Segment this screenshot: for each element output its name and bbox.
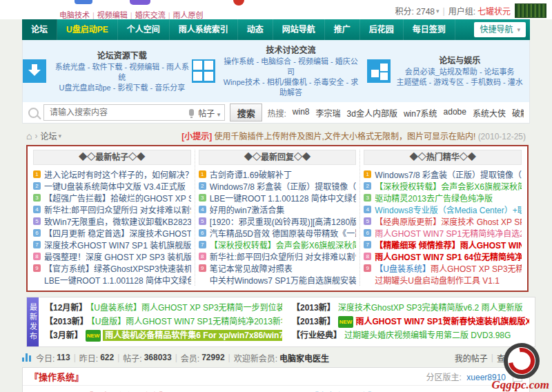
post-link: 【精雕细琢 倾情推荐】雨人GHOST WIN7 SP1贺新春 [375,239,522,251]
post-link: 雨人GHOST WIN7 SP1 64位无精简纯净旗舰版 [375,251,522,262]
search-button[interactable]: 搜索 [230,104,262,121]
new-badge: NEW [338,316,354,328]
list-item[interactable]: 雨人GHOST WIN7 SP1 64位无精简纯净旗舰版 [364,251,522,262]
top-header: 电脑技术|视频编辑|婚庆交流|雨人原创 积分: 2748 ▾ | 用户组: 七罐… [0,0,552,19]
home-icon[interactable]: ⌂ [26,130,32,141]
portal-column-title: 论坛与娱乐 [397,54,523,66]
quick-nav-button[interactable]: 快捷导航 ▾ [474,22,526,37]
list-item[interactable]: 驱动精灵2013去广告绿色纯净版 [364,192,522,204]
forum-block: ›Gqgtpc.com 【雨人原创作品发布】(2) 雨人专版，原创内容发布、讨论… [23,386,248,392]
announcement-item[interactable]: 【行业经典】过期罐头婚庆视频编辑专用第二版 DVD3.98G [292,330,529,342]
category-title[interactable]: 『操作系统』 [30,370,83,383]
rank-icon [33,276,41,284]
new-member-link[interactable]: 电脑家电医生 [279,352,329,364]
announcement-item[interactable]: 【12月新】【U盘装系统】雨人GHOST XP SP3无精简一步到位装机U盘版V… [45,302,282,314]
announcement-link: 【U盘装系统】雨人GHOST XP SP3无精简一步到位装机U盘版V20 [90,303,282,313]
list-item[interactable]: 古剑奇谭1.69破解补丁 [199,168,357,180]
rank-icon [364,264,371,272]
list-item[interactable]: 好用的win7激活合集 [199,204,357,215]
tagline-link[interactable]: 雨人原创 [173,11,204,19]
rank-icon [199,217,206,225]
rank-icon [199,229,206,237]
microphone-icon[interactable] [189,109,194,116]
list-item[interactable]: 【深秋授权转载】会声会影X6旗舰深秋简体完美整合 [364,180,522,192]
board-header: ◆◇最新帖子◇◆ [33,150,191,165]
list-item[interactable]: 过期罐头U盘启动盘制作工具 V1.1 [364,274,522,286]
hot-search-term[interactable]: 3d金人内部版 [347,107,397,119]
list-item[interactable]: 新华社:郎平回归众望所归 对女排难以割舍的挚爱 [33,204,191,215]
post-link: 驱动精灵2013去广告绿色纯净版 [375,192,493,204]
post-link: 古剑奇谭1.69破解补丁 [210,168,292,180]
list-item[interactable]: Windows7/8 彩盒装（正版）提取镜像（32位+64位） [199,180,357,192]
list-item[interactable]: 深度技术GHOST WIN7 SP1 装机旗舰版 2013年4月最 [33,239,191,251]
tagline-link[interactable]: 电脑技术 [59,11,90,19]
list-item[interactable]: 一键U盘装系统简体中文版 V3.4正式版 [33,180,191,192]
nav-item[interactable]: 个人空间 [118,19,170,40]
announcement-item[interactable]: 【2013新】【U盘版】雨人GHOST WIN7 SP1无精简纯净2013新年起… [45,316,282,328]
hot-search-term[interactable]: 破解器 [512,107,524,119]
usergroup-link[interactable]: 七罐状元 [477,5,511,17]
hot-search-term[interactable]: win7系统 [404,107,437,119]
portal-links-line[interactable]: 会员必读_站规及帮助 - 论坛事务 [397,67,523,77]
list-item[interactable]: 进入论坛时有时这个样子的，如何解决？ [33,168,191,180]
list-item[interactable]: 【四月更新 稳定首选】深度技术GHOSTXPSP3 电脑城 [33,227,191,239]
list-item[interactable]: 雨人GHOST WIN7 SP1无精简纯净自选2013新年起航 [364,227,522,239]
portal-links-line[interactable]: Winpe技术 - 相机/摄像机 - 杀毒安全 - 求助解答 [221,77,361,98]
today-count: 113 [57,353,70,362]
site-logo-watermark [504,343,540,379]
my-posts-link[interactable]: 我的帖子 [455,352,488,364]
post-link: 中关村Windows7 SP1万能自选旗舰安装版(32位 [210,274,357,286]
list-item[interactable]: 中关村Windows7 SP1万能自选旗舰安装版(32位 [199,274,357,286]
nav-item[interactable]: 论坛 [22,19,57,40]
nav-item[interactable]: U盘启动PE [57,19,118,40]
list-item[interactable]: 新华社:郎平回归众望所归 对女排难以割舍的挚爱 [199,251,357,262]
list-item[interactable]: LBE一键ROOT 1.1.001128 简体中文绿色免费版 [33,274,191,286]
portal-links-line[interactable]: 系统光盘 - 软件下载 - 视频编辑 - 雨人系统 [52,62,192,83]
nav-item[interactable]: 雨人系统索引 [170,19,238,40]
rank-icon [364,182,371,190]
list-item[interactable]: Windows8专业版（含Media Center）+联网激活工具 [364,204,522,215]
nav-item[interactable]: 后花园 [360,19,404,40]
hot-search-label: 热搜: [267,107,286,119]
announcement-item[interactable]: 【2013新】NEW雨人GHOST WIN7 SP1贺新春快速装机旗舰版X86_… [292,316,529,328]
hot-search-term[interactable]: adobe [444,107,466,119]
hot-search-term[interactable]: 系统大侠 [473,107,506,119]
post-link: 【经典原版更新】深度技术 Ghost XP SP3 完美精简版 [375,215,522,227]
nav-item[interactable]: 动态 [238,19,273,40]
announcement-tag: 【行业经典】 [292,331,342,340]
list-item[interactable]: LBE一键ROOT 1.1.001128 简体中文绿色免费版 [199,192,357,204]
list-item[interactable]: 最强整理！深度 GHOST XP SP3 装机版 2013年4月最 [33,251,191,262]
list-item[interactable]: 【官方系统】绿茶GhostXPSP3快速装机稳定版2013年 [33,262,191,274]
breadcrumb-forum[interactable]: 论坛 [40,130,57,141]
list-item[interactable]: 【经典原版更新】深度技术 Ghost XP SP3 完美精简版 [364,215,522,227]
nav-item[interactable]: 每日签到 [404,19,455,40]
hot-search-term[interactable]: 李宗瑞 [316,107,341,119]
points-link[interactable]: 积分: 2748 [395,5,435,17]
list-item[interactable]: 【超强广告拦截】拾破烂的GHOST XP SP3 IE广告栏 [33,192,191,204]
list-item[interactable]: Windows7/8 彩盒装（正版）提取镜像（32位+64位） [364,168,522,180]
tagline-link[interactable]: 视频编辑 [97,11,128,19]
list-item[interactable]: 【U盘装系统】雨人GHOST XP SP3无精简一步到位装 [364,262,522,274]
tip-date: (2010-12-25) [478,132,526,141]
list-item[interactable]: 致Win7无限重启，微软建议卸载KB2823324补丁 [33,215,191,227]
portal-links-line[interactable]: 主题壁纸 - 游戏专区 - 手机数码 - 灌水 [397,77,523,88]
search-input[interactable] [48,107,188,118]
tip-tag: [小提示] [181,132,212,141]
search-scope-dropdown[interactable]: 帖子 ▾ [198,107,220,119]
list-item[interactable]: 汽车精品5D音效 德国原装母带精致《一路有你·车载金 [199,227,357,239]
nav-item[interactable]: 网站导航 [273,19,325,40]
list-item[interactable]: 笔记本常见故障对照表 [199,262,357,274]
nav-item[interactable]: 推广 [325,19,360,40]
search-bar: 帖子 ▾ 搜索 热搜: win8李宗瑞3d金人内部版win7系统adobe系统大… [23,102,529,123]
portal-links-line[interactable]: U盘光盘启动pe - 影视下载 - 音乐分享 [52,83,192,93]
announcement-tip[interactable]: [小提示] 使用千脑插件上传附件及图片,文件大小格式无限制，图片可显示在贴内! … [181,130,526,141]
list-item[interactable]: 【精雕细琢 倾情推荐】雨人GHOST WIN7 SP1贺新春 [364,239,522,251]
announcement-item[interactable]: 【2013新】深度技术GhostXP SP3完美精简版v6.2 雨人更新版 【非… [292,302,529,314]
announcement-item[interactable]: 【3月新】NEW雨人装机必备精品软件集6 For xp/win7x86/win7… [45,330,282,342]
list-item[interactable]: 【深秋授权转载】会声会影X6旗舰深秋简体 完美整合 [199,239,357,251]
portal-panel: 论坛资源下载 系统光盘 - 软件下载 - 视频编辑 - 雨人系统 U盘光盘启动p… [22,40,530,124]
list-item[interactable]: [1920：邪灵重现(凶铃再现)][高清1280版BD- [199,215,357,227]
hot-search-term[interactable]: win8 [293,107,310,119]
tagline-link[interactable]: 婚庆交流 [135,11,166,19]
portal-links-line[interactable]: 操作系统 - 电脑综合 - 视频编辑 - 婚庆公司 [221,57,361,77]
